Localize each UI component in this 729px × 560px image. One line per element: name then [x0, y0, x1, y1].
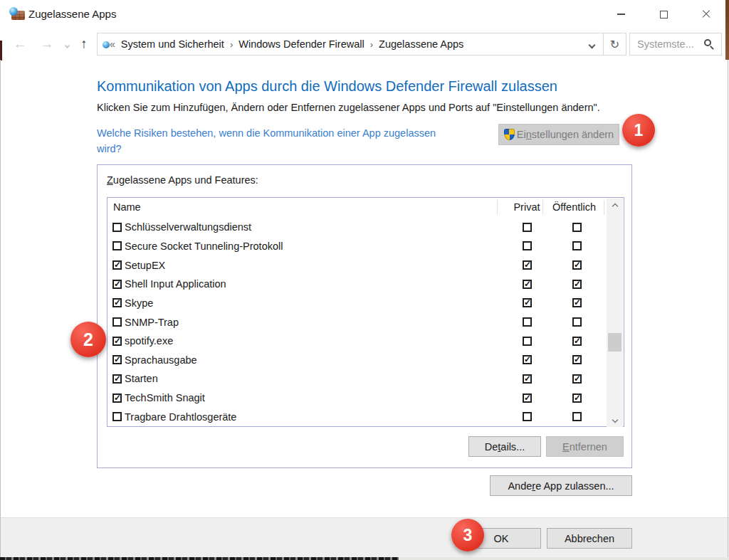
column-divider	[604, 200, 604, 215]
back-button[interactable]: ←	[10, 34, 30, 54]
chevron-down-icon	[612, 416, 617, 422]
change-settings-button[interactable]: Einstellungen ändern	[498, 124, 619, 145]
list-item[interactable]: ✓SetupEX✓✓	[107, 255, 607, 275]
desktop-background-strip	[0, 557, 729, 560]
close-icon	[701, 9, 711, 19]
scrollbar-thumb[interactable]	[608, 333, 622, 352]
column-header-privat[interactable]: Privat	[505, 201, 548, 213]
scroll-down-button[interactable]	[607, 412, 623, 427]
breadcrumb-separator-icon[interactable]: ›	[224, 39, 238, 50]
oeffentlich-checkbox[interactable]: ✓	[572, 355, 582, 364]
app-list-rows: SchlüsselverwaltungsdienstSecure Socket …	[107, 218, 607, 426]
breadcrumb-separator-icon[interactable]: ›	[364, 39, 379, 50]
maximize-button[interactable]	[647, 0, 680, 28]
search-input[interactable]	[637, 37, 700, 51]
privat-checkbox[interactable]: ✓	[523, 280, 532, 289]
privat-checkbox[interactable]: ✓	[523, 260, 532, 270]
app-name: spotify.exe	[125, 335, 173, 347]
list-item[interactable]: ✓Sprachausgabe✓✓	[107, 350, 607, 369]
scroll-up-button[interactable]	[607, 199, 623, 213]
allowed-apps-list[interactable]: Name Privat Öffentlich Schlüsselverwaltu…	[107, 197, 624, 427]
name-checkbox[interactable]: ✓	[112, 280, 122, 289]
breadcrumb-overflow-icon[interactable]: «	[110, 38, 115, 50]
oeffentlich-checkbox[interactable]: ✓	[572, 374, 582, 384]
privat-checkbox[interactable]	[523, 317, 532, 327]
annotation-circle-1: 1	[622, 114, 655, 147]
privat-checkbox[interactable]: ✓	[523, 393, 532, 403]
chevron-up-icon	[612, 203, 617, 208]
privat-checkbox[interactable]: ✓	[523, 355, 532, 364]
column-header-oeffentlich[interactable]: Öffentlich	[544, 201, 604, 213]
app-name: Tragbare Drahtlosgeräte	[125, 411, 236, 423]
maximize-icon	[660, 11, 668, 19]
uac-shield-icon	[504, 129, 515, 140]
search-box[interactable]	[629, 33, 722, 56]
name-checkbox[interactable]: ✓	[112, 355, 122, 364]
list-item[interactable]: ✓TechSmith Snagit✓✓	[107, 389, 607, 408]
page-title: Kommunikation von Apps durch die Windows…	[97, 78, 557, 95]
forward-button[interactable]: →	[37, 34, 57, 54]
list-item[interactable]: Secure Socket Tunneling-Protokoll	[107, 237, 607, 256]
name-checkbox[interactable]	[112, 241, 122, 250]
oeffentlich-checkbox[interactable]	[572, 412, 582, 421]
list-item[interactable]: ✓Starten✓✓	[107, 369, 607, 389]
privat-checkbox[interactable]	[523, 241, 532, 250]
list-item[interactable]: SNMP-Trap	[107, 312, 607, 332]
name-checkbox[interactable]	[112, 223, 122, 232]
list-item[interactable]: Tragbare Drahtlosgeräte	[107, 407, 607, 426]
privat-checkbox[interactable]	[523, 412, 532, 421]
close-button[interactable]	[690, 0, 723, 28]
list-item[interactable]: ✓spotify.exe✓	[107, 332, 607, 351]
minimize-button[interactable]	[604, 0, 637, 28]
oeffentlich-checkbox[interactable]: ✓	[572, 280, 582, 289]
window-title: Zugelassene Apps	[28, 0, 116, 28]
vertical-scrollbar[interactable]	[607, 199, 623, 427]
name-checkbox[interactable]: ✓	[112, 374, 122, 384]
list-header: Name Privat Öffentlich	[107, 198, 607, 218]
details-button[interactable]: Details...	[468, 436, 541, 457]
breadcrumb-item-windows-defender-firewall[interactable]: Windows Defender Firewall	[238, 38, 364, 50]
list-item[interactable]: Schlüsselverwaltungsdienst	[107, 218, 607, 237]
search-icon[interactable]	[704, 39, 711, 46]
app-name: Schlüsselverwaltungsdienst	[125, 221, 251, 233]
app-name: Shell Input Application	[125, 278, 226, 290]
cancel-button[interactable]: Abbrechen	[547, 528, 632, 549]
list-item[interactable]: ✓Shell Input Application✓✓	[107, 275, 607, 294]
refresh-button[interactable]: ↻	[603, 33, 626, 55]
name-checkbox[interactable]: ✓	[112, 298, 122, 307]
forward-icon: →	[41, 36, 54, 52]
name-checkbox[interactable]: ✓	[112, 260, 122, 270]
minimize-icon	[617, 14, 625, 15]
name-checkbox[interactable]: ✓	[112, 393, 122, 403]
oeffentlich-checkbox[interactable]: ✓	[572, 260, 582, 270]
allow-other-app-button[interactable]: Andere App zulassen...	[490, 475, 632, 496]
address-bar[interactable]: « System und Sicherheit › Windows Defend…	[97, 33, 626, 56]
remove-button[interactable]: Entfernen	[546, 436, 624, 457]
oeffentlich-checkbox[interactable]	[572, 317, 582, 327]
list-item[interactable]: ✓Skype✓✓	[107, 294, 607, 313]
privat-checkbox[interactable]	[523, 223, 532, 232]
name-checkbox[interactable]	[112, 412, 122, 421]
privat-checkbox[interactable]: ✓	[523, 298, 532, 307]
risk-info-link[interactable]: Welche Risiken bestehen, wenn die Kommun…	[97, 125, 456, 157]
address-dropdown-icon[interactable]	[589, 42, 596, 49]
breadcrumb-item-system-und-sicherheit[interactable]: System und Sicherheit	[121, 38, 224, 50]
allowed-apps-window: Zugelassene Apps ← → ↑ « System und Sich…	[0, 0, 729, 560]
app-name: Starten	[125, 373, 158, 384]
name-checkbox[interactable]	[112, 317, 122, 327]
oeffentlich-checkbox[interactable]	[572, 241, 582, 250]
desktop-background-sliver	[725, 0, 729, 60]
name-checkbox[interactable]: ✓	[112, 337, 122, 346]
column-header-name[interactable]: Name	[113, 201, 141, 213]
oeffentlich-checkbox[interactable]: ✓	[572, 337, 582, 346]
app-name: Skype	[125, 297, 153, 309]
privat-checkbox[interactable]: ✓	[523, 374, 532, 384]
breadcrumb-item-zugelassene-apps[interactable]: Zugelassene Apps	[379, 38, 463, 50]
up-button[interactable]: ↑	[74, 34, 94, 54]
app-name: Sprachausgabe	[125, 354, 197, 366]
oeffentlich-checkbox[interactable]: ✓	[572, 298, 582, 307]
titlebar: Zugelassene Apps	[0, 0, 729, 28]
oeffentlich-checkbox[interactable]: ✓	[572, 393, 582, 403]
privat-checkbox[interactable]	[523, 337, 532, 346]
oeffentlich-checkbox[interactable]	[572, 223, 582, 232]
